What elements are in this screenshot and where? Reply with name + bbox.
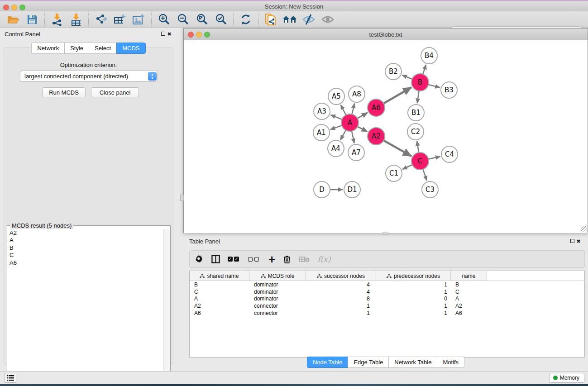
table-row[interactable]: Adominator80A xyxy=(190,295,584,303)
deselect-all-icon[interactable] xyxy=(248,257,261,262)
table-cell[interactable]: 8 xyxy=(306,295,376,302)
node-A6[interactable]: A6 xyxy=(368,99,385,116)
table-tab-node-table[interactable]: Node Table xyxy=(307,357,348,368)
node-A4[interactable]: A4 xyxy=(328,140,344,157)
memory-button[interactable]: Memory xyxy=(549,373,584,383)
window-resize-grip[interactable] xyxy=(581,226,587,232)
table-cell[interactable]: connector xyxy=(249,310,306,316)
table-cell[interactable]: 1 xyxy=(306,303,376,309)
function-builder-icon[interactable]: f(x) xyxy=(317,255,330,264)
table-cell[interactable]: C xyxy=(190,289,249,295)
node-D[interactable]: D xyxy=(314,181,330,198)
table-row[interactable]: Bdominator41B xyxy=(190,281,584,288)
vertical-split-handle[interactable] xyxy=(180,195,184,201)
column-header-shared-name[interactable]: shared name xyxy=(190,271,249,281)
task-list-button[interactable] xyxy=(5,373,16,383)
node-B1[interactable]: B1 xyxy=(408,105,424,121)
add-column-icon[interactable]: + xyxy=(268,255,275,264)
column-header-name[interactable]: name xyxy=(451,271,487,281)
table-cell[interactable]: 4 xyxy=(306,289,376,295)
node-C[interactable]: C xyxy=(411,152,429,170)
zoom-in-icon[interactable] xyxy=(156,12,172,27)
result-item[interactable]: C xyxy=(10,252,163,259)
mcds-result-list[interactable]: A2ABCA6 xyxy=(8,229,163,379)
save-icon[interactable] xyxy=(24,12,40,27)
table-cell[interactable]: dominator xyxy=(249,295,306,302)
show-columns-icon[interactable] xyxy=(211,255,220,263)
table-cell[interactable]: connector xyxy=(249,303,306,309)
node-A8[interactable]: A8 xyxy=(349,86,365,102)
hide-panel-eye-icon[interactable] xyxy=(301,12,316,27)
table-cell[interactable]: 1 xyxy=(376,310,451,316)
float-panel-icon[interactable] xyxy=(160,31,166,37)
node-table[interactable]: shared nameMCDS rolesuccessor nodesprede… xyxy=(189,271,585,357)
zoom-out-icon[interactable] xyxy=(175,12,191,27)
node-B3[interactable]: B3 xyxy=(441,82,457,98)
home-networks-icon[interactable] xyxy=(282,12,297,27)
table-row[interactable]: A6connector11A6 xyxy=(190,310,584,317)
close-panel-button[interactable]: Close panel xyxy=(91,87,139,97)
select-all-icon[interactable]: ✓✓ xyxy=(228,257,240,262)
node-A1[interactable]: A1 xyxy=(313,124,330,141)
table-cell[interactable]: dominator xyxy=(249,289,306,295)
table-row[interactable]: Cdominator41C xyxy=(190,288,584,295)
node-A[interactable]: A xyxy=(341,114,359,131)
export-table-icon[interactable] xyxy=(112,12,128,27)
show-panel-eye-icon[interactable] xyxy=(320,12,335,27)
table-cell[interactable]: A6 xyxy=(190,310,249,316)
export-network-icon[interactable] xyxy=(93,12,109,27)
run-mcds-button[interactable]: Run MCDS xyxy=(42,87,86,97)
delete-trash-icon[interactable] xyxy=(283,255,291,264)
table-cell[interactable]: A xyxy=(190,295,249,302)
table-cell[interactable]: 4 xyxy=(306,281,376,288)
open-folder-icon[interactable] xyxy=(5,12,21,27)
tab-select[interactable]: Select xyxy=(89,43,116,54)
table-cell[interactable]: B xyxy=(190,281,249,288)
import-network-icon[interactable] xyxy=(49,12,65,27)
network-window-titlebar[interactable]: testGlobe.txt xyxy=(184,29,588,40)
table-cell[interactable]: dominator xyxy=(249,281,306,288)
table-close-panel-icon[interactable]: ✖ xyxy=(575,238,582,244)
table-tab-network-table[interactable]: Network Table xyxy=(388,357,437,368)
table-cell[interactable]: 1 xyxy=(376,281,451,288)
network-from-file-icon[interactable] xyxy=(263,12,278,27)
node-B[interactable]: B xyxy=(411,74,429,91)
node-D1[interactable]: D1 xyxy=(344,181,360,198)
table-cell[interactable]: A2 xyxy=(451,303,487,309)
network-graph-canvas[interactable]: B4B2BB3A5A8A6A3B1AC2A1A2A4A7C4CC1C3DD1 xyxy=(184,40,588,233)
node-A7[interactable]: A7 xyxy=(348,144,364,161)
tab-style[interactable]: Style xyxy=(64,43,89,54)
column-header-MCDS-role[interactable]: MCDS role xyxy=(249,271,306,281)
table-cell[interactable]: B xyxy=(451,281,487,288)
result-item[interactable]: A2 xyxy=(10,229,163,237)
zoom-selected-icon[interactable] xyxy=(213,12,229,27)
result-item[interactable]: A xyxy=(10,237,163,244)
refresh-icon[interactable] xyxy=(238,12,253,27)
table-cell[interactable]: A xyxy=(451,295,487,302)
table-row[interactable]: A2connector11A2 xyxy=(190,302,584,310)
horizontal-split-handle[interactable] xyxy=(382,232,388,235)
delete-table-icon[interactable] xyxy=(299,256,310,263)
table-settings-gear-icon[interactable] xyxy=(195,255,204,263)
node-B2[interactable]: B2 xyxy=(385,63,402,80)
optimization-criterion-select[interactable]: largest connected component (directed) ▲… xyxy=(20,71,158,82)
import-table-icon[interactable] xyxy=(68,12,84,27)
result-scrollbar[interactable] xyxy=(163,229,170,379)
tab-network[interactable]: Network xyxy=(31,43,64,54)
table-tab-motifs[interactable]: Motifs xyxy=(437,357,464,368)
zoom-fit-icon[interactable] xyxy=(194,12,210,27)
table-cell[interactable]: C xyxy=(451,289,487,295)
column-header-successor-nodes[interactable]: successor nodes xyxy=(306,271,376,281)
tab-mcds[interactable]: MCDS xyxy=(116,43,145,54)
table-tab-edge-table[interactable]: Edge Table xyxy=(348,357,388,368)
close-panel-icon[interactable]: ✖ xyxy=(166,31,172,37)
table-cell[interactable]: 1 xyxy=(306,310,376,316)
node-A5[interactable]: A5 xyxy=(328,88,344,105)
node-B4[interactable]: B4 xyxy=(421,48,437,64)
node-C3[interactable]: C3 xyxy=(422,181,438,198)
table-cell[interactable]: 0 xyxy=(376,295,451,302)
table-cell[interactable]: A6 xyxy=(451,310,487,316)
node-C2[interactable]: C2 xyxy=(407,124,424,140)
result-item[interactable]: B xyxy=(10,244,163,252)
node-C1[interactable]: C1 xyxy=(386,165,402,181)
